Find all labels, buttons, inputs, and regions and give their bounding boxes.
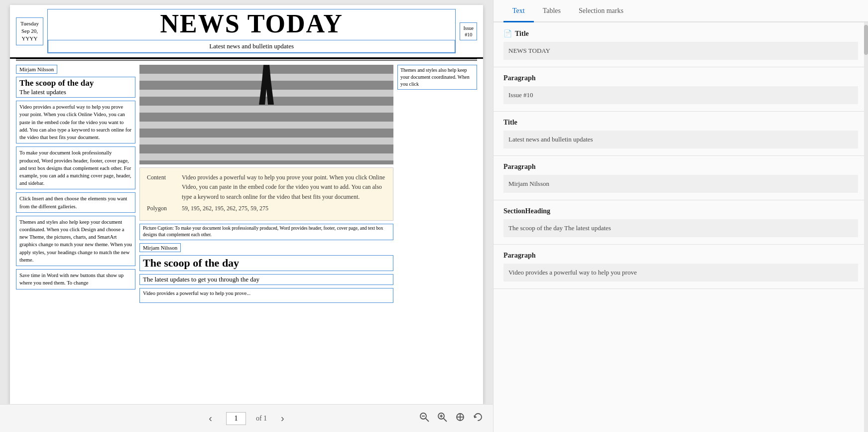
page-of-text: of 1: [256, 415, 267, 423]
tab-tables[interactable]: Tables: [534, 0, 570, 22]
section-heading-box-2: The scoop of the day: [139, 255, 393, 271]
panel-section-type-3: Paragraph: [503, 163, 536, 171]
bottom-text-mid-content: Video provides a powerful way to help yo…: [143, 290, 250, 296]
tooltip-polygon-row: Polygon 59, 195, 262, 195, 262, 275, 59,…: [147, 204, 386, 213]
newspaper-title: NEWS TODAY: [48, 9, 456, 38]
svg-line-1: [426, 419, 429, 422]
panel-section-value-2: Latest news and bulletin updates: [503, 131, 858, 148]
nav-icons: [419, 412, 483, 425]
scrollbar-track: [864, 22, 868, 432]
caption-box: Picture Caption: To make your document l…: [139, 224, 393, 240]
photo-area: [139, 65, 393, 164]
text-2: To make your document look professionall…: [19, 150, 131, 186]
document-page: Tuesday Sep 20, YYYY NEWS TODAY Latest n…: [10, 5, 483, 404]
text-1: Video provides a powerful way to help yo…: [19, 104, 131, 140]
section-heading-1: The scoop of the day: [19, 78, 132, 88]
caption-text: Picture Caption: To make your document l…: [143, 226, 383, 237]
text-3: Click Insert and then choose the element…: [19, 196, 127, 209]
tooltip-polygon-value: 59, 195, 262, 195, 262, 275, 59, 275: [182, 204, 268, 213]
text-block-4: Themes and styles also help keep your do…: [16, 216, 135, 266]
panel-section-text-3: Mirjam Nilsson: [508, 180, 549, 187]
panel-tabs: Text Tables Selection marks: [494, 0, 868, 22]
bottom-text-mid: Video provides a powerful way to help yo…: [139, 288, 393, 303]
zoom-in-button[interactable]: [437, 412, 447, 425]
tooltip-content-row: Content Video provides a powerful way to…: [147, 173, 386, 202]
newspaper-content: Mirjam Nilsson The scoop of the day The …: [10, 61, 483, 388]
tab-tables-label: Tables: [543, 7, 561, 14]
panel-section-value-3: Mirjam Nilsson: [503, 175, 858, 193]
panel-section-para-1: Paragraph Issue #10: [494, 67, 868, 112]
panel-section-header-0: 📄 Title: [503, 29, 858, 38]
panel-section-text-1: Issue #10: [508, 91, 533, 99]
issue-box: Issue #10: [460, 22, 477, 40]
panel-section-text-5: Video provides a powerful way to help yo…: [508, 269, 637, 276]
newspaper-header: Tuesday Sep 20, YYYY NEWS TODAY Latest n…: [10, 5, 483, 59]
panel-section-header-3: Paragraph: [503, 163, 858, 171]
author-label-1: Mirjam Nilsson: [16, 65, 57, 74]
figure-silhouette: [259, 65, 274, 105]
text-4: Themes and styles also help keep your do…: [19, 219, 132, 263]
panel-section-value-5: Video provides a powerful way to help yo…: [503, 264, 858, 282]
panel-section-type-0: Title: [515, 30, 529, 38]
date-text: Tuesday Sep 20, YYYY: [20, 20, 39, 42]
subtitle-box: Latest news and bulletin updates: [48, 40, 456, 53]
date-box: Tuesday Sep 20, YYYY: [16, 17, 43, 45]
panel-section-value-4: The scoop of the day The latest updates: [503, 219, 858, 237]
scrollbar-thumb[interactable]: [864, 25, 868, 55]
section-heading-2: The scoop of the day: [143, 257, 390, 270]
subtitle-text: Latest news and bulletin updates: [209, 42, 294, 50]
panel-section-text-4: The scoop of the day The latest updates: [508, 224, 611, 232]
right-text-1: Themes and styles also help keep your do…: [400, 67, 470, 87]
svg-line-4: [444, 419, 447, 422]
page-number-box: 1: [226, 412, 246, 425]
text-block-1: Video provides a powerful way to help yo…: [16, 101, 135, 144]
document-viewer: Tuesday Sep 20, YYYY NEWS TODAY Latest n…: [0, 0, 493, 432]
page-number: 1: [234, 415, 238, 422]
tooltip-content-label: Content: [147, 173, 177, 202]
text-block-2: To make your document look professionall…: [16, 146, 135, 189]
tab-selection-marks-label: Selection marks: [579, 7, 623, 14]
section-heading-box-1: The scoop of the day The latest updates: [16, 77, 135, 98]
panel-section-header-4: SectionHeading: [503, 207, 858, 215]
next-page-button[interactable]: ›: [277, 411, 288, 426]
subheading-2-text: The latest updates to get you through th…: [143, 276, 259, 283]
tab-selection-marks[interactable]: Selection marks: [570, 0, 632, 22]
author-label-2: Mirjam Nilsson: [139, 243, 181, 252]
panel-content: 📄 Title NEWS TODAY Paragraph Issue #10 T…: [494, 22, 868, 432]
panel-section-text-2: Latest news and bulletin updates: [508, 136, 593, 143]
panel-section-header-2: Title: [503, 119, 858, 127]
panel-section-header-5: Paragraph: [503, 252, 858, 260]
panel-section-para-3: Paragraph Video provides a powerful way …: [494, 245, 868, 289]
text-5: Save time in Word with new buttons that …: [19, 273, 124, 286]
section-subheading-2: The latest updates to get you through th…: [139, 274, 393, 285]
zebra-photo: [139, 65, 393, 164]
panel-section-value-1: Issue #10: [503, 86, 858, 104]
tab-text[interactable]: Text: [503, 0, 534, 22]
prev-page-button[interactable]: ‹: [205, 411, 216, 426]
right-column: Themes and styles also help keep your do…: [397, 65, 477, 384]
tooltip-box: Content Video provides a powerful way to…: [139, 167, 393, 221]
tooltip-polygon-label: Polygon: [147, 204, 177, 213]
text-block-3: Click Insert and then choose the element…: [16, 192, 135, 212]
right-text-block-1: Themes and styles also help keep your do…: [397, 65, 477, 90]
newspaper-title-box: NEWS TODAY Latest news and bulletin upda…: [47, 9, 456, 53]
panel-section-type-4: SectionHeading: [503, 207, 550, 215]
right-panel: Text Tables Selection marks 📄 Title NEWS…: [493, 0, 868, 432]
author-2-text: Mirjam Nilsson: [143, 245, 177, 251]
panel-section-type-2: Title: [503, 119, 517, 127]
panel-section-title-2: Title Latest news and bulletin updates: [494, 112, 868, 156]
doc-icon-0: 📄: [503, 29, 512, 38]
panel-section-text-0: NEWS TODAY: [508, 47, 550, 54]
panel-section-heading: SectionHeading The scoop of the day The …: [494, 200, 868, 245]
rotate-button[interactable]: [473, 412, 483, 425]
text-block-5: Save time in Word with new buttons that …: [16, 269, 135, 289]
panel-section-type-5: Paragraph: [503, 252, 536, 260]
panel-section-value-0: NEWS TODAY: [503, 42, 858, 60]
middle-column: Content Video provides a powerful way to…: [139, 65, 393, 384]
panel-section-title-1: 📄 Title NEWS TODAY: [494, 22, 868, 67]
zoom-out-button[interactable]: [419, 412, 429, 425]
fit-button[interactable]: [455, 412, 465, 425]
tab-text-label: Text: [512, 7, 525, 14]
tooltip-content-value: Video provides a powerful way to help yo…: [182, 173, 386, 202]
panel-section-header-1: Paragraph: [503, 74, 858, 82]
